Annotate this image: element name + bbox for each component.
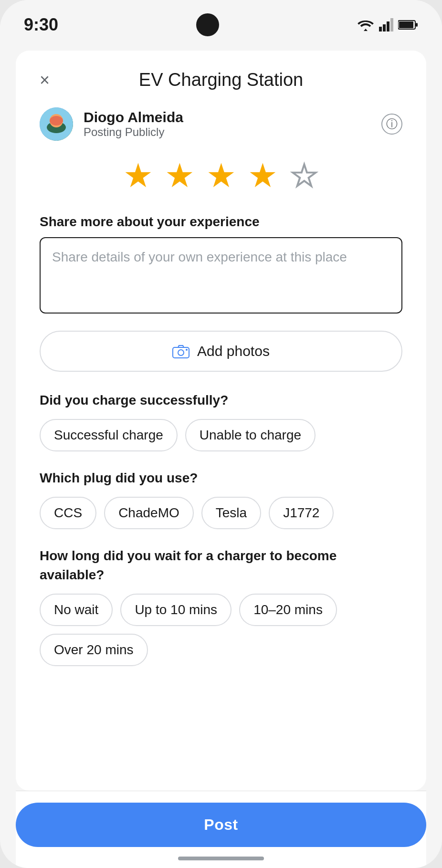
home-indicator <box>178 857 264 860</box>
signal-icon <box>379 18 393 31</box>
plug-chips-row: CCS ChadeMO Tesla J1772 <box>40 497 402 529</box>
wait-chips-row: No wait Up to 10 mins 10–20 mins Over 20… <box>40 594 402 666</box>
post-button[interactable]: Post <box>16 803 426 847</box>
chip-10-20[interactable]: 10–20 mins <box>239 594 337 626</box>
star-2[interactable]: ★ <box>165 156 195 195</box>
svg-point-12 <box>178 350 184 356</box>
svg-point-13 <box>186 349 188 351</box>
chip-chademo[interactable]: ChadeMO <box>104 497 194 529</box>
stars-rating[interactable]: ★ ★ ★ ★ ☆ <box>40 156 402 195</box>
svg-rect-3 <box>390 18 393 31</box>
wait-question-text: How long did you wait for a charger to b… <box>40 546 402 584</box>
star-3[interactable]: ★ <box>206 156 236 195</box>
chip-up-to-10[interactable]: Up to 10 mins <box>120 594 232 626</box>
camera-icon <box>172 344 189 358</box>
chip-j1772[interactable]: J1772 <box>269 497 334 529</box>
charge-chips-row: Successful charge Unable to charge <box>40 419 402 451</box>
avatar <box>40 107 73 141</box>
wait-question-section: How long did you wait for a charger to b… <box>40 546 402 666</box>
svg-rect-5 <box>399 21 413 28</box>
phone-frame: 9:30 <box>0 0 442 868</box>
chip-successful-charge[interactable]: Successful charge <box>40 419 178 451</box>
user-name: Diogo Almeida <box>84 109 183 125</box>
user-info: Diogo Almeida Posting Publicly <box>40 107 183 141</box>
add-photos-label: Add photos <box>197 343 270 359</box>
battery-icon <box>398 20 418 30</box>
charge-question-section: Did you charge successfully? Successful … <box>40 391 402 451</box>
svg-rect-1 <box>383 24 386 31</box>
review-textarea[interactable] <box>40 237 402 314</box>
plug-question-text: Which plug did you use? <box>40 469 402 487</box>
bottom-bar: Post <box>16 791 426 868</box>
user-text: Diogo Almeida Posting Publicly <box>84 109 183 139</box>
plug-question-section: Which plug did you use? CCS ChadeMO Tesl… <box>40 469 402 529</box>
status-bar: 9:30 <box>0 0 442 41</box>
camera-dot <box>196 13 219 36</box>
close-button[interactable]: × <box>40 72 50 89</box>
star-5[interactable]: ☆ <box>289 156 319 195</box>
chip-over-20[interactable]: Over 20 mins <box>40 634 148 666</box>
chip-no-wait[interactable]: No wait <box>40 594 113 626</box>
info-button[interactable]: ⓘ <box>381 114 402 135</box>
card-title: EV Charging Station <box>139 70 303 90</box>
user-row: Diogo Almeida Posting Publicly ⓘ <box>40 107 402 141</box>
star-1[interactable]: ★ <box>123 156 153 195</box>
status-time: 9:30 <box>24 15 58 35</box>
review-section-label: Share more about your experience <box>40 214 402 230</box>
chip-ccs[interactable]: CCS <box>40 497 96 529</box>
add-photos-button[interactable]: Add photos <box>40 331 402 372</box>
chip-tesla[interactable]: Tesla <box>201 497 261 529</box>
svg-point-10 <box>50 116 63 125</box>
card-header: × EV Charging Station <box>40 70 402 90</box>
main-card: × EV Charging Station Diogo Almeida Post… <box>16 51 426 791</box>
svg-rect-6 <box>416 23 418 27</box>
user-posting-status: Posting Publicly <box>84 125 183 139</box>
charge-question-text: Did you charge successfully? <box>40 391 402 409</box>
svg-rect-0 <box>379 27 382 31</box>
wifi-icon <box>357 18 374 31</box>
star-4[interactable]: ★ <box>248 156 278 195</box>
chip-unable-to-charge[interactable]: Unable to charge <box>185 419 316 451</box>
status-icons <box>357 18 418 31</box>
svg-rect-2 <box>387 21 389 31</box>
